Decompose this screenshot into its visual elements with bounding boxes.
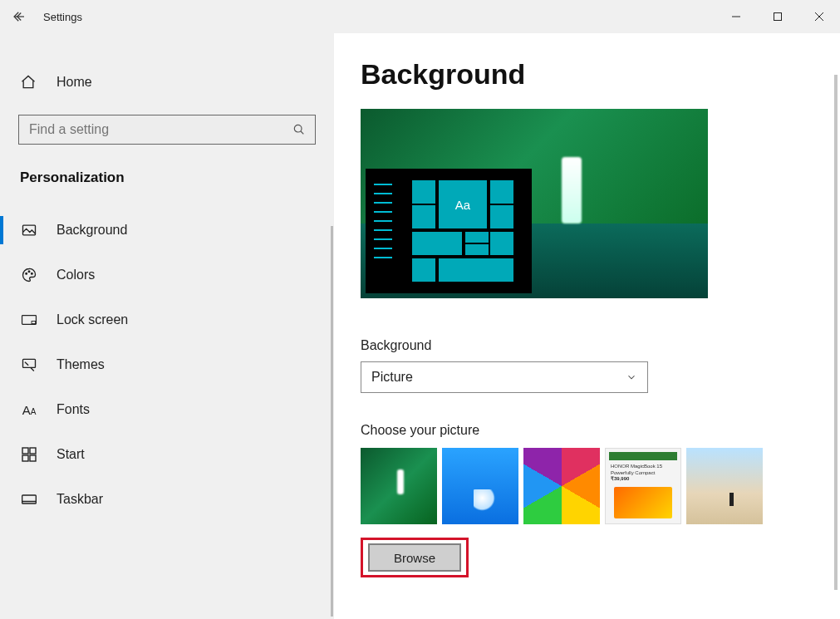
- picture-thumbnails: HONOR MagicBook 15Powerfully Compact₹39,…: [361, 448, 840, 524]
- svg-rect-12: [30, 455, 36, 461]
- picture-thumbnail[interactable]: HONOR MagicBook 15Powerfully Compact₹39,…: [605, 448, 681, 524]
- sidebar-item-background[interactable]: Background: [0, 208, 334, 253]
- sidebar-item-label: Fonts: [56, 402, 90, 417]
- svg-rect-10: [30, 448, 36, 454]
- background-type-label: Background: [361, 338, 840, 353]
- sidebar-home-label: Home: [56, 75, 92, 90]
- sidebar-item-label: Background: [56, 223, 127, 238]
- sidebar-home[interactable]: Home: [0, 65, 334, 100]
- search-icon: [292, 123, 306, 136]
- picture-icon: [20, 222, 38, 238]
- sidebar-item-label: Lock screen: [56, 312, 128, 327]
- page-title: Background: [361, 58, 840, 91]
- browse-highlight: Browse: [361, 538, 469, 577]
- sidebar-item-label: Themes: [56, 357, 105, 372]
- browse-button-label: Browse: [394, 551, 435, 565]
- svg-rect-9: [22, 448, 28, 454]
- sidebar: Home Personalization Background Colors: [0, 33, 334, 619]
- sidebar-category-title: Personalization: [0, 145, 334, 196]
- choose-picture-label: Choose your picture: [361, 423, 840, 438]
- background-type-dropdown[interactable]: Picture: [361, 361, 648, 393]
- background-preview: Aa: [361, 109, 708, 298]
- chevron-down-icon: [626, 371, 637, 383]
- svg-point-1: [294, 125, 302, 132]
- brush-icon: [20, 356, 38, 373]
- back-button[interactable]: [0, 0, 38, 33]
- sidebar-item-label: Colors: [56, 268, 95, 282]
- content-scrollbar[interactable]: [834, 75, 838, 590]
- picture-thumbnail[interactable]: [361, 448, 437, 524]
- svg-point-3: [26, 273, 27, 275]
- minimize-icon: [731, 12, 741, 22]
- content-pane: Background Aa Background Picture Choose …: [334, 33, 840, 619]
- picture-thumbnail[interactable]: [442, 448, 518, 524]
- lockscreen-icon: [20, 312, 38, 327]
- svg-rect-8: [23, 359, 36, 367]
- maximize-icon: [773, 12, 783, 22]
- sidebar-item-label: Taskbar: [56, 492, 103, 507]
- sidebar-item-themes[interactable]: Themes: [0, 342, 334, 387]
- svg-point-4: [28, 271, 30, 273]
- window-title: Settings: [38, 11, 82, 23]
- svg-point-5: [32, 273, 33, 275]
- svg-rect-11: [22, 455, 28, 461]
- sidebar-item-start[interactable]: Start: [0, 432, 334, 477]
- preview-sample-text: Aa: [439, 180, 487, 228]
- sidebar-item-taskbar[interactable]: Taskbar: [0, 477, 334, 522]
- maximize-button[interactable]: [757, 0, 798, 33]
- taskbar-icon: [20, 493, 38, 506]
- sidebar-item-fonts[interactable]: AA Fonts: [0, 387, 334, 432]
- sidebar-item-label: Start: [56, 447, 85, 462]
- minimize-button[interactable]: [715, 0, 757, 33]
- preview-start-panel: Aa: [366, 169, 532, 293]
- palette-icon: [20, 267, 38, 283]
- close-icon: [814, 12, 824, 22]
- sidebar-scrollbar[interactable]: [331, 226, 333, 617]
- close-button[interactable]: [798, 0, 840, 33]
- picture-thumbnail[interactable]: [686, 448, 763, 524]
- picture-thumbnail[interactable]: [523, 448, 600, 524]
- sidebar-item-colors[interactable]: Colors: [0, 253, 334, 297]
- svg-rect-13: [22, 495, 37, 504]
- search-input[interactable]: [18, 115, 316, 145]
- fonts-icon: AA: [20, 403, 38, 417]
- browse-button[interactable]: Browse: [368, 543, 461, 572]
- home-icon: [20, 74, 37, 91]
- svg-rect-0: [774, 13, 782, 21]
- sidebar-item-lockscreen[interactable]: Lock screen: [0, 297, 334, 342]
- svg-rect-7: [32, 322, 36, 324]
- start-icon: [20, 447, 38, 462]
- background-type-value: Picture: [371, 370, 413, 385]
- svg-rect-6: [22, 316, 37, 325]
